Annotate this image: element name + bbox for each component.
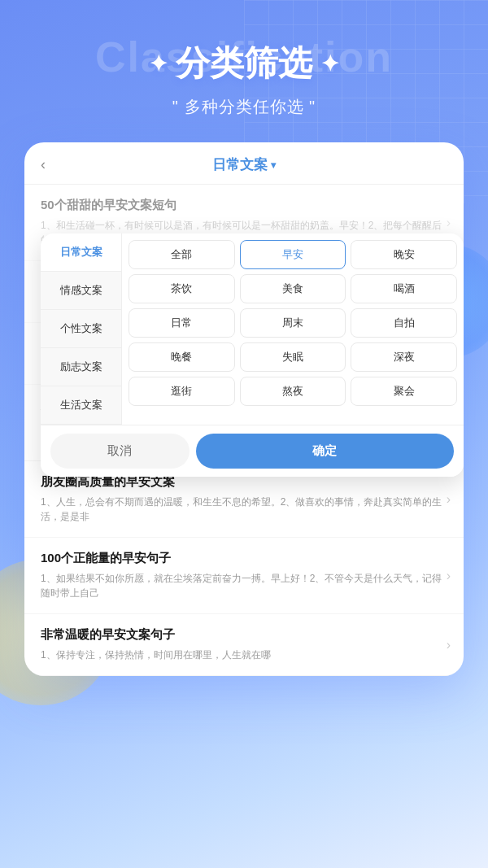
filter-tag[interactable]: 失眠 <box>240 342 346 372</box>
card-title-text: 日常文案 <box>212 155 268 174</box>
filter-tag[interactable]: 全部 <box>129 240 235 269</box>
filter-tag[interactable]: 早安 <box>240 240 346 269</box>
filter-tag[interactable]: 喝酒 <box>351 274 457 303</box>
sparkle-left-icon: ✦ <box>149 50 168 77</box>
filter-tag[interactable]: 晚餐 <box>129 342 235 372</box>
list-item[interactable]: 非常温暖的早安文案句子 1、保持专注，保持热情，时间用在哪里，人生就在哪 › <box>24 614 464 676</box>
list-item-desc: 1、人生，总会有不期而遇的温暖，和生生不息的希望。2、做喜欢的事情，奔赴真实简单… <box>41 495 447 524</box>
list-item-title: 50个甜甜的早安文案短句 <box>41 198 447 213</box>
list-item-arrow-icon: › <box>447 216 451 230</box>
filter-body: 日常文案情感文案个性文案励志文案生活文案 全部早安晚安茶饮美食喝酒日常周末自拍晚… <box>41 233 464 425</box>
header-section: Classification ✦ 分类筛选 ✦ " 多种分类任你选 " <box>0 0 488 142</box>
filter-actions: 取消 确定 <box>41 425 464 477</box>
filter-category-item[interactable]: 生活文案 <box>41 386 121 425</box>
filter-tag[interactable]: 深夜 <box>351 342 457 372</box>
filter-category-item[interactable]: 情感文案 <box>41 272 121 310</box>
filter-tag[interactable]: 周末 <box>240 308 346 338</box>
filter-tag[interactable]: 逛街 <box>129 377 235 406</box>
list-item-title: 非常温暖的早安文案句子 <box>41 627 447 643</box>
title-text: 分类筛选 <box>176 41 312 86</box>
subtitle-text: " 多种分类任你选 " <box>16 96 472 118</box>
filter-tag[interactable]: 熬夜 <box>240 377 346 406</box>
card-header: ‹ 日常文案 ▾ <box>24 142 464 185</box>
filter-category-item[interactable]: 日常文案 <box>41 233 121 272</box>
sparkle-right-icon: ✦ <box>320 50 339 77</box>
card-title-area: 日常文案 ▾ <box>212 155 276 174</box>
filter-category-item[interactable]: 个性文案 <box>41 310 121 348</box>
filter-tag[interactable]: 自拍 <box>351 308 457 338</box>
list-item-arrow-icon: › <box>447 638 451 652</box>
filter-tag[interactable]: 日常 <box>129 308 235 338</box>
filter-tag[interactable]: 美食 <box>240 274 346 303</box>
filter-tag[interactable]: 茶饮 <box>129 274 235 303</box>
filter-tags-area: 全部早安晚安茶饮美食喝酒日常周末自拍晚餐失眠深夜逛街熬夜聚会 <box>122 233 464 425</box>
cancel-button[interactable]: 取消 <box>50 434 190 469</box>
page-title: ✦ 分类筛选 ✦ <box>16 41 472 86</box>
list-item-desc: 1、如果结果不如你所愿，就在尘埃落定前奋力一搏。早上好！2、不管今天是什么天气，… <box>41 571 447 600</box>
card-body: 50个甜甜的早安文案短句 1、和生活碰一杯，有时候可以是酒，有时候可以是一杯甜甜… <box>24 185 464 676</box>
list-item-arrow-icon: › <box>447 492 451 507</box>
list-item-arrow-icon: › <box>447 569 451 583</box>
back-button[interactable]: ‹ <box>41 156 46 173</box>
filter-overlay: 日常文案情感文案个性文案励志文案生活文案 全部早安晚安茶饮美食喝酒日常周末自拍晚… <box>41 233 464 477</box>
list-item-title: 100个正能量的早安句子 <box>41 551 447 566</box>
list-item[interactable]: 100个正能量的早安句子 1、如果结果不如你所愿，就在尘埃落定前奋力一搏。早上好… <box>24 538 464 614</box>
phone-card: ‹ 日常文案 ▾ 50个甜甜的早安文案短句 1、和生活碰一杯，有时候可以是酒，有… <box>24 142 464 676</box>
list-item-desc: 1、保持专注，保持热情，时间用在哪里，人生就在哪 <box>41 648 447 662</box>
filter-tag[interactable]: 聚会 <box>351 377 457 406</box>
card-title-arrow-icon[interactable]: ▾ <box>271 159 276 171</box>
filter-category-item[interactable]: 励志文案 <box>41 348 121 386</box>
confirm-button[interactable]: 确定 <box>196 434 454 469</box>
filter-categories: 日常文案情感文案个性文案励志文案生活文案 <box>41 233 122 425</box>
filter-tag[interactable]: 晚安 <box>351 240 457 269</box>
